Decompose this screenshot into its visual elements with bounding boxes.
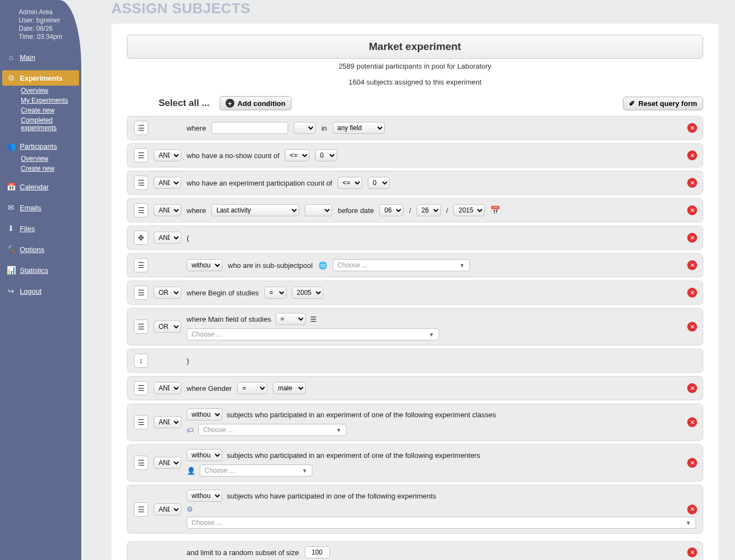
logic-select[interactable]: AND [154,416,181,428]
c10-choose[interactable]: Choose ...▼ [198,424,346,436]
c2-val-select[interactable]: 0 [368,177,390,189]
drag-handle[interactable]: ☰ [134,415,148,429]
c11-choose[interactable]: Choose ...▼ [200,464,312,477]
nav-files[interactable]: ⬇Files [0,221,81,236]
drag-handle[interactable]: ☰ [134,176,148,190]
c3-month-select[interactable]: 06 [379,204,403,216]
c8-close: ) [187,357,189,365]
c0-value-input[interactable] [211,122,288,134]
logic-select[interactable]: AND [154,503,181,516]
c9-val-select[interactable]: male [273,382,306,394]
gears-icon: ⚙ [187,505,193,513]
c3-day-select[interactable]: 26 [417,204,441,216]
nav-exp-create[interactable]: Create new [0,105,81,115]
nav-exp-my[interactable]: My Experiments [0,96,81,105]
c10-text: subjects who participated in an experime… [227,411,496,419]
drag-handle[interactable]: ↕ [134,354,148,368]
calendar-picker-icon[interactable]: 📅 [490,205,501,215]
time-label: Time: 03:34pm [19,33,76,41]
nav-part-overview[interactable]: Overview [0,154,81,164]
logic-select[interactable]: OR [154,321,181,333]
delete-condition-button[interactable]: ✕ [687,123,697,133]
drag-handle[interactable]: ☰ [134,148,148,163]
c7-choose[interactable]: Choose ...▼ [187,328,439,340]
drag-handle[interactable]: ✥ [134,231,148,245]
delete-condition-button[interactable]: ✕ [687,383,697,393]
nav-statistics[interactable]: 📊Statistics [0,262,81,278]
limit-input[interactable] [305,546,330,558]
page-title: ASSIGN SUBJECTS [111,0,719,17]
reset-query-button[interactable]: ✐ Reset query form [623,97,703,110]
delete-condition-button[interactable]: ✕ [687,233,697,243]
c5-without-select[interactable]: without [187,259,222,271]
c1-op-select[interactable]: <= [285,149,310,161]
add-condition-button[interactable]: + Add condition [220,96,291,110]
c11-without-select[interactable]: without [187,449,222,461]
delete-condition-button[interactable]: ✕ [687,547,697,557]
nav-emails[interactable]: ✉Emails [0,200,81,215]
c1-val-select[interactable]: 0 [315,149,337,161]
c9-op-select[interactable]: = [237,382,267,394]
logic-select[interactable]: AND [154,204,181,216]
drag-handle[interactable]: ☰ [134,258,148,272]
delete-condition-button[interactable]: ✕ [687,205,697,215]
delete-condition-button[interactable]: ✕ [687,260,697,270]
c3-op-select[interactable] [305,204,332,216]
delete-condition-button[interactable]: ✕ [687,322,697,332]
drag-handle[interactable]: ☰ [134,320,148,334]
c7-op-select[interactable]: = [276,313,306,325]
select-all-label: Select all ... [159,98,210,109]
c9-text: where Gender [187,384,232,393]
delete-condition-button[interactable]: ✕ [687,458,697,468]
nav-part-create[interactable]: Create new [0,164,81,173]
nav-files-label: Files [20,225,35,233]
drag-handle[interactable]: ☰ [134,203,148,217]
logic-select[interactable]: AND [154,177,181,189]
drag-handle[interactable]: ☰ [134,285,148,300]
condition-row-6: ☰ OR where Begin of studies = 2005 ✕ [127,281,703,305]
pool-info: 2589 potential participants in pool for … [127,62,703,70]
delete-condition-button[interactable]: ✕ [687,417,697,427]
drag-handle[interactable]: ☰ [134,502,148,517]
globe-icon: 🌐 [318,261,327,270]
delete-condition-button[interactable]: ✕ [687,288,697,298]
c6-op-select[interactable]: = [265,287,287,299]
drag-handle[interactable]: ☰ [134,381,148,395]
c10-without-select[interactable]: without [187,408,222,421]
admin-area-label: Admin Area [19,8,76,16]
logic-select[interactable]: AND [154,382,181,394]
c2-text: who have an experiment participation cou… [187,179,332,187]
nav-exp-overview[interactable]: Overview [0,86,81,96]
condition-row-limit: and limit to a random subset of size ✕ [127,541,703,560]
c3-text: where [187,206,206,215]
c12-without-select[interactable]: without [187,490,222,502]
c3-year-select[interactable]: 2015 [453,204,485,216]
nav-options[interactable]: 🔨Options [0,242,81,257]
c12-choose[interactable]: Choose ...▼ [187,517,696,529]
nav-logout[interactable]: ↪Logout [0,283,81,299]
assigned-info: 1604 subjects assigned to this experimen… [127,78,703,86]
delete-condition-button[interactable]: ✕ [687,150,697,160]
nav-main[interactable]: ⌂ Main [0,49,81,65]
logic-select[interactable]: OR [154,287,181,299]
c2-op-select[interactable]: <= [338,177,362,189]
nav-calendar[interactable]: 📅Calendar [0,179,81,194]
nav-experiments[interactable]: ⚙ Experiments [2,70,79,86]
logic-select[interactable]: AND [154,232,181,244]
drag-handle[interactable]: ☰ [134,456,148,470]
c6-year-select[interactable]: 2005 [292,287,323,299]
c0-text: where [187,124,206,132]
c0-op-select[interactable] [294,122,316,134]
delete-condition-button[interactable]: ✕ [687,505,697,514]
c5-choose[interactable]: Choose ...▼ [333,259,470,271]
delete-condition-button[interactable]: ✕ [687,178,697,188]
logic-select[interactable]: AND [154,149,181,161]
c3-field-select[interactable]: Last activity [211,204,299,216]
logic-select[interactable]: AND [154,457,181,469]
nav-exp-completed[interactable]: Completed experiments [0,115,81,133]
c11-text: subjects who participated in an experime… [227,451,480,460]
nav-exp-my-label: My Experiments [21,97,68,104]
c0-field-select[interactable]: any field [333,122,385,134]
drag-handle[interactable]: ☰ [134,121,148,135]
nav-participants[interactable]: 👥 Participants [0,138,81,154]
